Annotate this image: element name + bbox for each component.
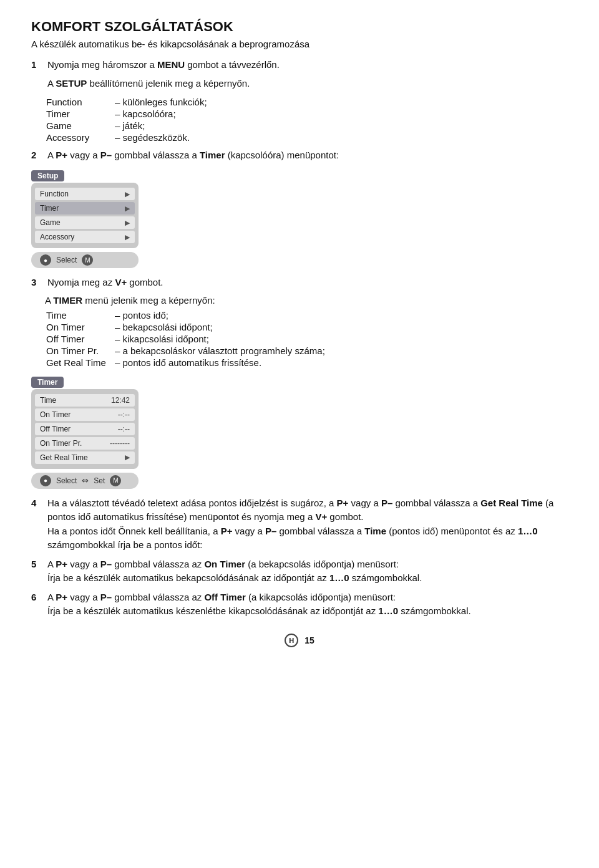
step-5-content: A P+ vagy a P– gombbal válassza az On Ti… — [47, 557, 568, 586]
timer-screen-area: Timer Time 12:42 On Timer --:-- Off Time… — [31, 376, 568, 489]
timer-ontimerpr-row: On Timer Pr. -------- — [35, 437, 135, 450]
step-5-number: 5 — [31, 557, 45, 572]
subtitle: A készülék automatikus be- és kikapcsolá… — [31, 37, 568, 52]
step-3-number: 3 — [31, 276, 45, 290]
step-2-number: 2 — [31, 148, 45, 163]
step-2-intro: A SETUP beállítómenü jelenik meg a képer… — [31, 77, 568, 91]
timer-ontimer-row: On Timer --:-- — [35, 408, 135, 421]
accessory-label: Accessory — [46, 132, 115, 143]
ontimerpr-row: On Timer Pr. – a bekapcsoláskor választo… — [46, 345, 330, 357]
step-4: 4 Ha a választott tévéadó teletext adása… — [31, 496, 568, 552]
offtimer-row: Off Timer – kikapcsolási időpont; — [46, 333, 330, 345]
game-label: Game — [46, 120, 115, 132]
page-circle: H — [285, 634, 298, 647]
timer-screen-tag: Timer — [31, 377, 64, 388]
timer-set-icon: ⇔ — [82, 476, 89, 485]
setup-screen-area: Setup Function ▶ Timer ▶ Game ▶ Accessor… — [31, 170, 568, 268]
setup-timer-row: Timer ▶ — [35, 202, 135, 215]
function-label: Function — [46, 96, 115, 108]
timer-select-label: Select — [56, 476, 77, 485]
m-icon: M — [82, 254, 93, 266]
page-title: KOMFORT SZOLGÁLTATÁSOK — [31, 19, 568, 35]
getrealtime-label: Get Real Time — [46, 357, 115, 369]
offtimer-label: Off Timer — [46, 333, 115, 345]
step-6: 6 A P+ vagy a P– gombbal válassza az Off… — [31, 591, 568, 619]
step-4-number: 4 — [31, 496, 45, 511]
step-2-main: 2 A P+ vagy a P– gombbal válassza a Time… — [31, 148, 568, 163]
timer-menu-desc: A TIMER menü jelenik meg a képernyőn: — [45, 295, 568, 306]
setup-screen-tag: Setup — [31, 170, 64, 181]
setup-function-row: Function ▶ — [35, 188, 135, 200]
step-4-content: Ha a választott tévéadó teletext adása p… — [47, 496, 568, 552]
timer-getrealtime-row: Get Real Time ▶ — [35, 451, 135, 464]
step-1-content: Nyomja meg háromszor a MENU gombot a táv… — [47, 58, 568, 72]
select-label: Select — [56, 256, 77, 264]
ontimer-label: On Timer — [46, 321, 115, 333]
accessory-row: Accessory – segédeszközök. — [46, 132, 212, 143]
setup-game-row: Game ▶ — [35, 216, 135, 229]
timer-detail-table: Time – pontos idő; On Timer – bekapcsolá… — [46, 309, 330, 369]
timer-bottom-bar: ● Select ⇔ Set M — [31, 473, 139, 489]
step-1-number: 1 — [31, 58, 45, 72]
timer-label: Timer — [46, 108, 115, 120]
setup-accessory-row: Accessory ▶ — [35, 231, 135, 243]
timer-screen-box: Time 12:42 On Timer --:-- Off Timer --:-… — [31, 389, 139, 469]
ontimer-row: On Timer – bekapcsolási időpont; — [46, 321, 330, 333]
step-3-content: Nyomja meg az V+ gombot. — [47, 276, 568, 290]
step-6-content: A P+ vagy a P– gombbal válassza az Off T… — [47, 591, 568, 619]
step-3: 3 Nyomja meg az V+ gombot. — [31, 276, 568, 290]
setup-screen-box: Function ▶ Timer ▶ Game ▶ Accessory ▶ — [31, 183, 139, 248]
timer-select-icon: ● — [40, 475, 51, 486]
select-icon: ● — [40, 254, 51, 266]
page-footer: H 15 — [31, 634, 568, 647]
step-5: 5 A P+ vagy a P– gombbal válassza az On … — [31, 557, 568, 586]
timer-set-label: Set — [94, 476, 105, 485]
page-number: 15 — [304, 635, 314, 645]
getrealtime-row: Get Real Time – pontos idő automatikus f… — [46, 357, 330, 369]
timer-row: Timer – kapcsolóóra; — [46, 108, 212, 120]
timer-screen-wrapper: Timer Time 12:42 On Timer --:-- Off Time… — [31, 376, 139, 489]
setup-bottom-bar: ● Select M — [31, 252, 139, 268]
timer-offtimer-row: Off Timer --:-- — [35, 423, 135, 435]
step-2-content: A P+ vagy a P– gombbal válassza a Timer … — [47, 148, 568, 163]
ontimerpr-label: On Timer Pr. — [46, 345, 115, 357]
step-1: 1 Nyomja meg háromszor a MENU gombot a t… — [31, 58, 568, 72]
time-label: Time — [46, 309, 115, 321]
function-table: Function – különleges funkciók; Timer – … — [46, 96, 212, 143]
step-6-number: 6 — [31, 591, 45, 605]
timer-time-row: Time 12:42 — [35, 394, 135, 407]
setup-screen-wrapper: Setup Function ▶ Timer ▶ Game ▶ Accessor… — [31, 170, 139, 268]
timer-m-icon: M — [110, 475, 121, 486]
function-row: Function – különleges funkciók; — [46, 96, 212, 108]
time-row: Time – pontos idő; — [46, 309, 330, 321]
game-row: Game – játék; — [46, 120, 212, 132]
